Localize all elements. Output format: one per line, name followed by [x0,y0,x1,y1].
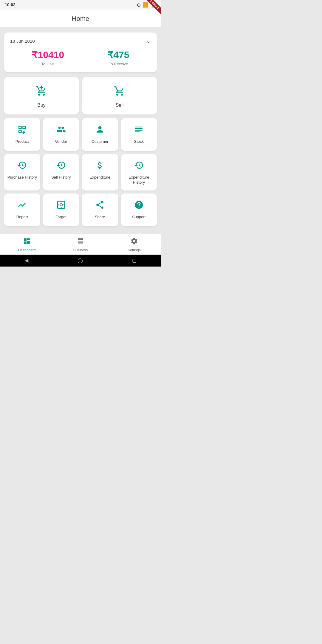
share-icon [95,200,105,212]
customer-label: Customer [92,139,108,144]
dashboard-icon [23,237,31,247]
summary-card: 18 Jun 2020 ⌄ ₹10410 To Give ₹475 To Rec… [4,32,157,72]
android-nav-bar: ◀ ◯ ▢ [0,255,161,267]
to-receive-amount: ₹475 [107,49,129,61]
vendor-label: Vendor [55,139,67,144]
customer-button[interactable]: Customer [82,118,118,151]
expenditure-icon [95,160,105,172]
expenditure-history-button[interactable]: Expenditure History [121,154,157,191]
nav-dashboard[interactable]: Dashboard [0,237,54,252]
bottom-nav: Dashboard Business Settings [0,234,161,255]
home-button[interactable]: ◯ [78,258,83,263]
settings-icon [130,237,138,247]
nav-business[interactable]: Business [54,237,107,252]
status-bar: 10:02 ⊙ 📶 🔋 [0,0,161,10]
sell-button[interactable]: Sell [82,77,157,114]
stock-icon [134,125,144,136]
expenditure-history-icon [134,160,144,172]
business-icon [77,237,84,247]
report-button[interactable]: Report [4,193,40,226]
buy-sell-row: Buy Sell [4,77,157,114]
to-give-block: ₹10410 To Give [32,49,64,66]
nav-dashboard-label: Dashboard [18,248,36,252]
product-button[interactable]: Product [4,118,40,151]
battery-icon: 🔋 [150,2,156,8]
nav-settings[interactable]: Settings [107,237,161,252]
vendor-button[interactable]: Vendor [43,118,79,151]
status-icons: ⊙ 📶 🔋 [137,2,156,8]
buy-label: Buy [37,103,46,108]
purchase-history-label: Purchase History [7,175,37,180]
grid-row-1: Product Vendor Customer [4,118,157,151]
support-button[interactable]: Support [121,193,157,226]
product-label: Product [16,139,29,144]
back-button[interactable]: ◀ [25,258,28,263]
support-icon [134,200,144,212]
expenditure-button[interactable]: Expenditure [82,154,118,191]
product-icon [17,125,27,136]
chevron-down-icon[interactable]: ⌄ [146,37,151,44]
sell-label: Sell [116,103,124,108]
to-give-label: To Give [32,62,64,66]
stock-button[interactable]: Stock [121,118,157,151]
report-label: Report [16,215,28,220]
report-icon [17,200,27,212]
vendor-icon [56,125,66,136]
to-give-amount: ₹10410 [32,49,64,61]
grid-row-3: Report Target [4,193,157,226]
expenditure-label: Expenditure [90,175,110,180]
status-time: 10:02 [5,2,16,7]
buy-button[interactable]: Buy [4,77,79,114]
svg-point-1 [60,204,62,206]
sell-history-icon [56,160,66,172]
sim-icon: ⊙ [137,2,141,8]
summary-date: 18 Jun 2020 [10,38,35,44]
recents-button[interactable]: ▢ [132,258,137,263]
main-content: 18 Jun 2020 ⌄ ₹10410 To Give ₹475 To Rec… [0,28,161,234]
target-label: Target [56,215,66,220]
purchase-history-button[interactable]: Purchase History [4,154,40,191]
grid-row-2: Purchase History Sell History Expend [4,154,157,191]
purchase-history-icon [17,160,27,172]
app-header: Home [0,10,161,28]
target-button[interactable]: Target [43,193,79,226]
support-label: Support [132,215,146,220]
wifi-icon: 📶 [143,2,148,8]
sell-history-button[interactable]: Sell History [43,154,79,191]
customer-icon [95,125,105,136]
share-label: Share [95,215,105,220]
expenditure-history-label: Expenditure History [124,175,154,185]
page-title: Home [72,15,89,22]
buy-icon [36,85,47,99]
nav-settings-label: Settings [128,248,140,252]
stock-label: Stock [134,139,144,144]
to-receive-block: ₹475 To Receive [107,49,129,66]
target-icon [56,200,66,212]
nav-business-label: Business [73,248,88,252]
sell-icon [114,85,125,99]
sell-history-label: Sell History [51,175,71,180]
to-receive-label: To Receive [107,62,129,66]
share-button[interactable]: Share [82,193,118,226]
